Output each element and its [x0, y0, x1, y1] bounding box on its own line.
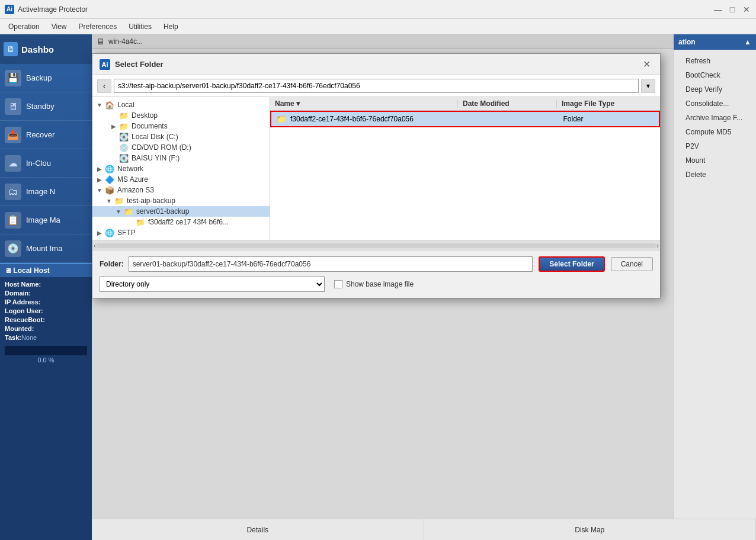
file-folder-icon: 📁	[276, 114, 287, 124]
sidebar-item-incloud[interactable]: ☁ In-Clou	[0, 149, 92, 178]
directory-dropdown[interactable]: Directory only	[100, 277, 325, 292]
maximize-button[interactable]: □	[728, 5, 737, 14]
path-input[interactable]	[114, 79, 639, 93]
server01-icon: 📁	[123, 207, 134, 216]
menu-operation[interactable]: Operation	[2, 21, 46, 33]
tree-item-localdisk[interactable]: 💽 Local Disk (C:)	[92, 131, 270, 142]
sidebar-item-standby[interactable]: 🖥 Standby	[0, 92, 92, 121]
col-name-header[interactable]: Name ▾	[275, 99, 458, 108]
path-back-button[interactable]: ‹	[97, 79, 111, 93]
tree-documents-label: Documents	[132, 122, 168, 130]
incloud-icon: ☁	[5, 155, 21, 172]
sort-arrow-icon: ▲	[744, 38, 751, 46]
sidebar-item-imagen-label: Image N	[26, 187, 55, 196]
expand-network-icon[interactable]: ▶	[95, 166, 104, 172]
file-type: Folder	[563, 115, 655, 123]
tree-item-server01[interactable]: ▼ 📁 server01-backup	[92, 206, 270, 217]
sidebar: 🖥 Dashbo 💾 Backup 🖥 Standby 📥 Recover ☁ …	[0, 34, 92, 540]
scrollbar-track[interactable]	[96, 243, 656, 248]
tab-disk-map[interactable]: Disk Map	[424, 519, 757, 540]
select-folder-button[interactable]: Select Folder	[539, 256, 604, 272]
sidebar-item-imagen[interactable]: 🗂 Image N	[0, 178, 92, 206]
tree-local-label: Local	[117, 101, 134, 109]
file-row-f30daff2[interactable]: 📁 f30daff2-ce17-43f4-b6f6-76edcf70a056 F…	[270, 111, 660, 127]
show-base-image-checkbox[interactable]	[334, 280, 342, 288]
amazons3-icon: 📦	[104, 186, 115, 194]
sidebar-item-imagema[interactable]: 📋 Image Ma	[0, 206, 92, 234]
sidebar-item-incloud-label: In-Clou	[26, 159, 51, 168]
menu-help[interactable]: Help	[158, 21, 184, 33]
mountima-icon: 💿	[5, 240, 21, 257]
tree-item-testaip[interactable]: ▼ 📁 test-aip-backup	[92, 195, 270, 206]
sidebar-item-recover[interactable]: 📥 Recover	[0, 121, 92, 149]
action-panel-header: ation ▲	[674, 34, 756, 50]
progress-text: 0.0 %	[5, 356, 87, 364]
expand-amazons3-icon[interactable]: ▼	[95, 187, 104, 194]
cancel-button[interactable]: Cancel	[611, 257, 653, 271]
action-refresh[interactable]: Refresh	[678, 54, 751, 68]
path-dropdown-button[interactable]: ▾	[641, 79, 655, 93]
tree-item-baisuyun[interactable]: 💽 BAISU YIN (F:)	[92, 153, 270, 163]
sftp-icon: 🌐	[104, 229, 115, 237]
expand-local-icon[interactable]: ▼	[95, 102, 104, 108]
folder-value-input[interactable]	[129, 256, 533, 272]
dialog-title: Select Folder	[115, 60, 640, 69]
expand-testaip-icon[interactable]: ▼	[104, 198, 114, 204]
action-consolidate[interactable]: Consolidate...	[678, 97, 751, 110]
tree-sftp-label: SFTP	[117, 229, 136, 237]
task-row: Task:None	[5, 334, 87, 341]
menu-preferences[interactable]: Preferences	[73, 21, 123, 33]
sidebar-item-backup[interactable]: 💾 Backup	[0, 64, 92, 92]
progress-bar	[5, 346, 87, 355]
action-list: Refresh BootCheck Deep Verify Consolidat…	[674, 50, 756, 186]
tree-item-msazure[interactable]: ▶ 🔷 MS Azure	[92, 174, 270, 185]
horizontal-scrollbar[interactable]: ‹ ›	[92, 240, 660, 250]
sidebar-header-text: Dashbo	[21, 44, 54, 54]
tree-item-amazons3[interactable]: ▼ 📦 Amazon S3	[92, 185, 270, 195]
local-folder-icon: 🏠	[104, 101, 115, 109]
action-delete[interactable]: Delete	[678, 168, 751, 181]
action-p2v[interactable]: P2V	[678, 140, 751, 153]
backup-icon: 💾	[5, 70, 21, 86]
action-compute-md5[interactable]: Compute MD5	[678, 126, 751, 139]
close-button[interactable]: ✕	[742, 5, 751, 14]
tree-item-f30daff2[interactable]: 📁 f30daff2 ce17 43f4 b6f6...	[92, 217, 270, 227]
col-type-header[interactable]: Image File Type	[557, 99, 655, 108]
tree-amazons3-label: Amazon S3	[117, 186, 154, 194]
tree-item-desktop[interactable]: 📁 Desktop	[92, 110, 270, 121]
tree-item-sftp[interactable]: ▶ 🌐 SFTP	[92, 227, 270, 238]
baisuyun-icon: 💽	[118, 154, 129, 162]
folder-label: Folder:	[100, 260, 124, 268]
sidebar-item-imagema-label: Image Ma	[26, 216, 60, 224]
action-deep-verify[interactable]: Deep Verify	[678, 83, 751, 96]
menu-view[interactable]: View	[46, 21, 73, 33]
tree-item-documents[interactable]: ▶ 📁 Documents	[92, 121, 270, 131]
action-bootcheck[interactable]: BootCheck	[678, 69, 751, 82]
sidebar-item-standby-label: Standby	[26, 102, 55, 111]
expand-server01-icon[interactable]: ▼	[114, 208, 123, 215]
menu-utilities[interactable]: Utilities	[123, 21, 158, 33]
expand-sftp-icon[interactable]: ▶	[95, 230, 104, 236]
select-folder-dialog: Ai Select Folder ✕ ‹ ▾ ▼ 🏠 Local 📁 Deskt…	[92, 53, 661, 298]
recover-icon: 📥	[5, 127, 21, 143]
tree-item-cddvd[interactable]: 💿 CD/DVD ROM (D:)	[92, 142, 270, 153]
tree-cddvd-label: CD/DVD ROM (D:)	[132, 143, 191, 152]
tree-item-network[interactable]: ▶ 🌐 Network	[92, 163, 270, 174]
action-mount[interactable]: Mount	[678, 154, 751, 167]
col-date-header[interactable]: Date Modified	[458, 99, 557, 108]
host-name-row: Host Name:	[5, 281, 87, 288]
action-header-text: ation	[678, 38, 696, 46]
dialog-close-button[interactable]: ✕	[640, 59, 653, 70]
expand-msazure-icon[interactable]: ▶	[95, 176, 104, 183]
imagen-icon: 🗂	[5, 184, 21, 200]
sidebar-item-mountima[interactable]: 💿 Mount Ima	[0, 234, 92, 263]
tree-item-local[interactable]: ▼ 🏠 Local	[92, 99, 270, 110]
action-archive-image[interactable]: Archive Image F...	[678, 111, 751, 124]
title-bar: Ai ActiveImage Protector — □ ✕	[0, 0, 756, 19]
tree-f30-label: f30daff2 ce17 43f4 b6f6...	[148, 218, 229, 226]
tab-details[interactable]: Details	[92, 519, 424, 540]
dialog-titlebar: Ai Select Folder ✕	[92, 54, 660, 75]
expand-documents-icon[interactable]: ▶	[109, 123, 118, 130]
machine-tab-label[interactable]: win-4a4c...	[108, 37, 143, 46]
minimize-button[interactable]: —	[713, 5, 723, 14]
